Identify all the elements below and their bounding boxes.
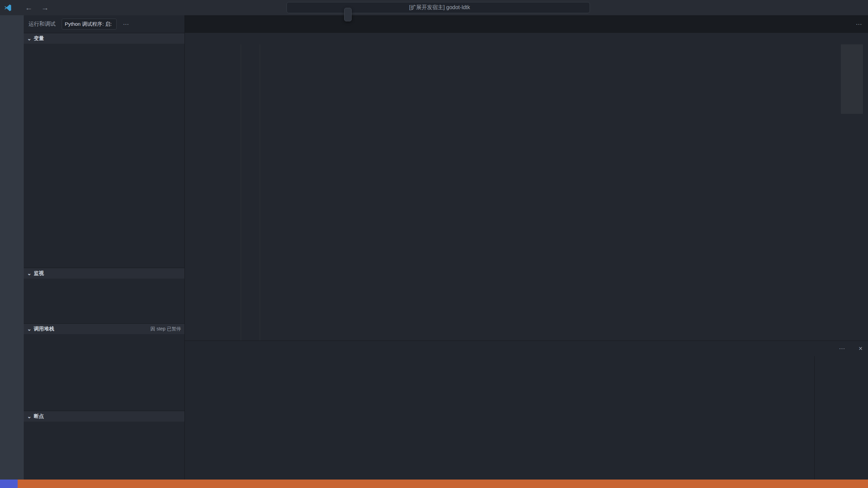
nav-forward-button[interactable]: → xyxy=(41,3,49,12)
watch-section-header[interactable]: ⌄ 监视 xyxy=(24,268,184,279)
panel-actions: ··· × xyxy=(832,345,868,352)
vscode-logo-icon xyxy=(0,3,16,12)
code-editor[interactable] xyxy=(185,44,868,341)
activity-bar xyxy=(0,15,24,480)
run-debug-toolbar: 运行和调试 Python 调试程序: 启: ··· xyxy=(24,15,184,33)
chevron-down-icon: ⌄ xyxy=(27,270,32,277)
terminal-list xyxy=(814,356,868,480)
sidebar-title: 运行和调试 xyxy=(28,21,56,28)
nav-back-button[interactable]: ← xyxy=(25,3,33,12)
debug-toolbar xyxy=(344,8,352,21)
variables-list xyxy=(24,44,184,268)
status-bar xyxy=(0,480,868,488)
close-panel-icon[interactable]: × xyxy=(859,345,863,352)
debug-config-dropdown[interactable]: Python 调试程序: 启: xyxy=(62,19,117,29)
command-center-search[interactable]: [扩展开发宿主] godot-ldtk xyxy=(287,2,590,13)
pause-reason-label: 因 step 已暂停 xyxy=(151,326,181,332)
callstack-section-header[interactable]: ⌄ 调用堆栈 因 step 已暂停 xyxy=(24,323,184,334)
chevron-down-icon: ⌄ xyxy=(27,413,32,420)
minimap[interactable] xyxy=(841,44,863,341)
vscode-window: ← → [扩展开发宿主] godot-ldtk 运行和调试 Python 调试程… xyxy=(0,0,868,488)
panel-more-actions-icon[interactable]: ··· xyxy=(839,345,845,352)
remote-indicator[interactable] xyxy=(0,480,18,488)
overview-ruler xyxy=(863,44,868,341)
panel-tab-bar: ··· × xyxy=(185,341,868,356)
breakpoints-list xyxy=(24,422,184,480)
breakpoints-section-header[interactable]: ⌄ 断点 xyxy=(24,411,184,422)
breadcrumb xyxy=(185,33,868,44)
watch-title: 监视 xyxy=(34,270,44,277)
editor-actions: ··· xyxy=(837,15,868,33)
chevron-down-icon: ⌄ xyxy=(27,326,32,332)
editor-tab-bar: ··· xyxy=(185,15,868,33)
callstack-title: 调用堆栈 xyxy=(34,326,54,332)
variables-section-header[interactable]: ⌄ 变量 xyxy=(24,33,184,44)
chevron-down-icon: ⌄ xyxy=(27,36,32,42)
run-debug-sidebar: 运行和调试 Python 调试程序: 启: ··· ⌄ 变量 ⌄ 监视 xyxy=(24,15,185,480)
editor-more-actions-icon[interactable]: ··· xyxy=(856,21,862,28)
more-actions-icon[interactable]: ··· xyxy=(123,21,129,28)
breakpoints-title: 断点 xyxy=(34,413,44,420)
debug-config-label: Python 调试程序: 启: xyxy=(65,21,112,27)
callstack-list xyxy=(24,334,184,411)
title-bar: ← → [扩展开发宿主] godot-ldtk xyxy=(0,0,868,15)
terminal-output[interactable] xyxy=(185,356,814,480)
variables-title: 变量 xyxy=(34,35,44,42)
window-title-text: [扩展开发宿主] godot-ldtk xyxy=(409,4,470,11)
watch-list xyxy=(24,279,184,323)
bottom-panel: ··· × xyxy=(185,341,868,480)
